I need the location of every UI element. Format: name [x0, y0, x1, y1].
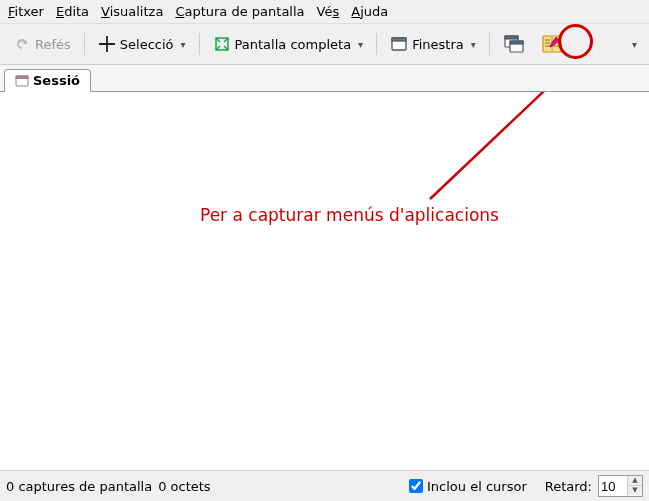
menu-help[interactable]: Ajuda	[351, 4, 388, 19]
toolbar: Refés Selecció ▾ Pantalla completa ▾ Fin…	[0, 24, 649, 65]
overflow-chevron-icon[interactable]: ▾	[628, 33, 641, 56]
svg-line-11	[430, 92, 562, 199]
chevron-down-icon: ▾	[358, 39, 363, 50]
window-label: Finestra	[412, 37, 464, 52]
fullscreen-label: Pantalla completa	[235, 37, 352, 52]
menu-go[interactable]: Vés	[317, 4, 340, 19]
redo-icon	[13, 35, 31, 53]
fullscreen-icon	[213, 35, 231, 53]
svg-rect-4	[505, 36, 518, 39]
chevron-down-icon: ▾	[181, 39, 186, 50]
window-icon	[390, 35, 408, 53]
svg-rect-10	[16, 76, 28, 79]
chevron-down-icon: ▾	[471, 39, 476, 50]
menu-capture-icon	[541, 34, 563, 54]
svg-rect-2	[392, 38, 406, 41]
tab-session-label: Sessió	[33, 73, 80, 88]
separator	[376, 33, 377, 55]
annotation-text: Per a capturar menús d'aplicacions	[200, 205, 499, 225]
menu-capture[interactable]: Captura de pantalla	[175, 4, 304, 19]
redo-button[interactable]: Refés	[8, 31, 76, 57]
switch-window-button[interactable]	[498, 30, 530, 58]
menu-view[interactable]: Visualitza	[101, 4, 163, 19]
window-button[interactable]: Finestra ▾	[385, 31, 481, 57]
content-area: Per a capturar menús d'aplicacions	[0, 92, 649, 471]
tabbar: Sessió	[0, 65, 649, 92]
capture-menu-button[interactable]	[536, 30, 568, 58]
windows-stack-icon	[503, 34, 525, 54]
menubar: Fitxer Edita Visualitza Captura de panta…	[0, 0, 649, 24]
annotation-arrow	[0, 92, 649, 492]
menu-file-rest: itxer	[15, 4, 44, 19]
fullscreen-button[interactable]: Pantalla completa ▾	[208, 31, 369, 57]
redo-label: Refés	[35, 37, 71, 52]
selection-label: Selecció	[120, 37, 174, 52]
crosshair-icon	[98, 35, 116, 53]
svg-rect-6	[510, 41, 523, 44]
menu-edit[interactable]: Edita	[56, 4, 89, 19]
separator	[199, 33, 200, 55]
session-tab-icon	[15, 74, 29, 88]
menu-file[interactable]: Fitxer	[8, 4, 44, 19]
tab-session[interactable]: Sessió	[4, 69, 91, 92]
separator	[84, 33, 85, 55]
selection-button[interactable]: Selecció ▾	[93, 31, 191, 57]
separator	[489, 33, 490, 55]
